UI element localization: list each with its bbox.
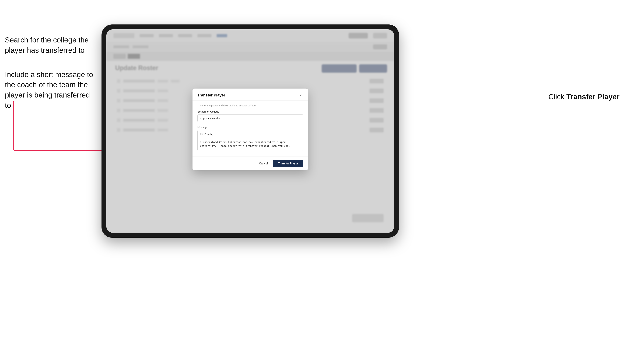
college-search-input[interactable]	[198, 114, 303, 122]
modal-close-button[interactable]: ×	[298, 93, 303, 98]
modal-title: Transfer Player	[198, 93, 225, 98]
message-field-label: Message	[198, 126, 303, 129]
annotation-right-bold: Transfer Player	[566, 93, 620, 101]
annotation-text-search: Search for the college the player has tr…	[5, 35, 96, 56]
tablet-frame: Update Roster	[102, 24, 399, 238]
cancel-button[interactable]: Cancel	[256, 161, 271, 167]
modal-body: Transfer the player and their profile to…	[192, 101, 308, 157]
modal-header: Transfer Player ×	[192, 89, 308, 101]
message-textarea[interactable]: Hi Coach, I understand Chris Robertson h…	[198, 130, 303, 151]
college-field-label: Search for College	[198, 110, 303, 113]
modal-footer: Cancel Transfer Player	[192, 157, 308, 170]
modal-dialog: Transfer Player × Transfer the player an…	[192, 89, 308, 170]
annotation-right-prefix: Click	[548, 93, 566, 101]
transfer-player-button[interactable]: Transfer Player	[273, 160, 303, 167]
annotation-left-block: Search for the college the player has tr…	[5, 35, 96, 111]
annotation-right-block: Click Transfer Player	[548, 93, 620, 101]
tablet-screen: Update Roster	[106, 29, 394, 233]
modal-overlay: Transfer Player × Transfer the player an…	[106, 29, 394, 233]
modal-subtitle: Transfer the player and their profile to…	[198, 104, 303, 107]
annotation-text-message: Include a short message to the coach of …	[5, 70, 96, 111]
